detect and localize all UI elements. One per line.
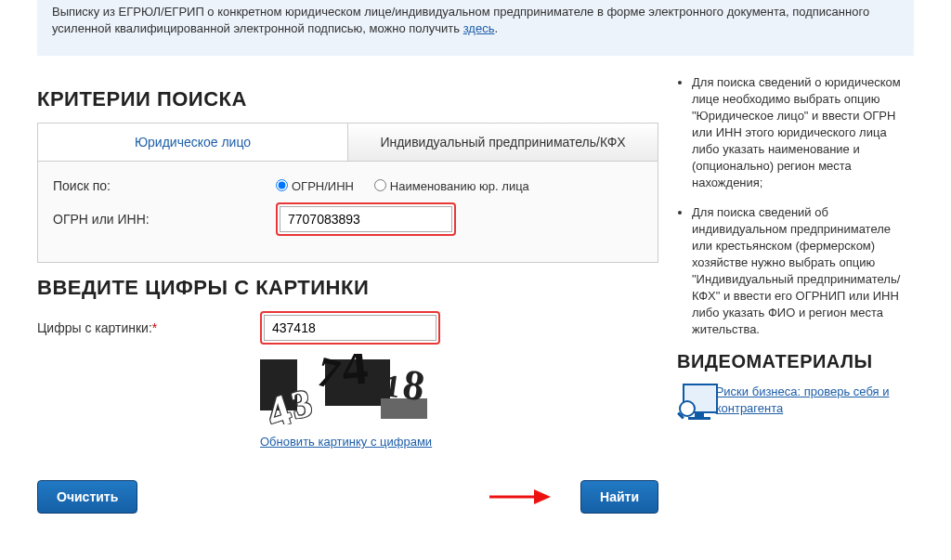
entity-type-tabs: Юридическое лицо Индивидуальный предприн… bbox=[37, 123, 658, 162]
help-list: Для поиска сведений о юридическом лице н… bbox=[692, 74, 914, 338]
label-search-by: Поиск по: bbox=[53, 178, 276, 193]
ogrn-inn-input[interactable] bbox=[280, 206, 452, 232]
notice-link-here[interactable]: здесь bbox=[463, 21, 495, 35]
tab-legal-entity[interactable]: Юридическое лицо bbox=[38, 124, 348, 161]
clear-button[interactable]: Очистить bbox=[37, 480, 137, 514]
help-item: Для поиска сведений об индивидуальном пр… bbox=[692, 204, 914, 338]
search-by-radios: ОГРН/ИНН Наименованию юр. лица bbox=[276, 178, 643, 193]
search-criteria-panel: Поиск по: ОГРН/ИНН Наименованию юр. лица… bbox=[37, 162, 658, 263]
info-notice: Выписку из ЕГРЮЛ/ЕГРИП о конкретном юрид… bbox=[37, 0, 914, 56]
notice-text-before: Выписку из ЕГРЮЛ/ЕГРИП о конкретном юрид… bbox=[52, 5, 869, 35]
label-captcha: Цифры с картинки:* bbox=[37, 320, 260, 335]
video-item: Риски бизнеса: проверь себя и контрагент… bbox=[677, 384, 914, 421]
notice-text-after: . bbox=[494, 21, 498, 35]
captcha-input[interactable] bbox=[264, 315, 436, 341]
arrow-icon bbox=[488, 485, 553, 509]
heading-video: Видеоматериалы bbox=[677, 351, 914, 372]
radio-by-name-label[interactable]: Наименованию юр. лица bbox=[374, 179, 529, 193]
svg-marker-1 bbox=[534, 489, 551, 504]
radio-ogrn-inn[interactable] bbox=[276, 179, 288, 191]
captcha-image: 4 3 7 4 1 8 bbox=[260, 354, 451, 424]
radio-ogrn-inn-label[interactable]: ОГРН/ИНН bbox=[276, 179, 354, 193]
heading-criteria: Критерии поиска bbox=[37, 87, 658, 111]
radio-by-name[interactable] bbox=[374, 179, 386, 191]
captcha-field-wrap bbox=[260, 311, 440, 345]
label-ogrn-inn: ОГРН или ИНН: bbox=[53, 212, 276, 227]
ogrn-inn-field-wrap bbox=[276, 202, 456, 236]
refresh-captcha-link[interactable]: Обновить картинку с цифрами bbox=[260, 435, 432, 449]
captcha-glyph: 4 bbox=[339, 354, 371, 397]
monitor-search-icon bbox=[677, 384, 710, 421]
required-mark: * bbox=[152, 320, 157, 335]
heading-captcha: Введите цифры с картинки bbox=[37, 276, 658, 300]
video-link[interactable]: Риски бизнеса: проверь себя и контрагент… bbox=[716, 384, 914, 417]
tab-individual[interactable]: Индивидуальный предприниматель/КФХ bbox=[348, 124, 658, 161]
find-button[interactable]: Найти bbox=[580, 480, 658, 514]
help-item: Для поиска сведений о юридическом лице н… bbox=[692, 74, 914, 191]
